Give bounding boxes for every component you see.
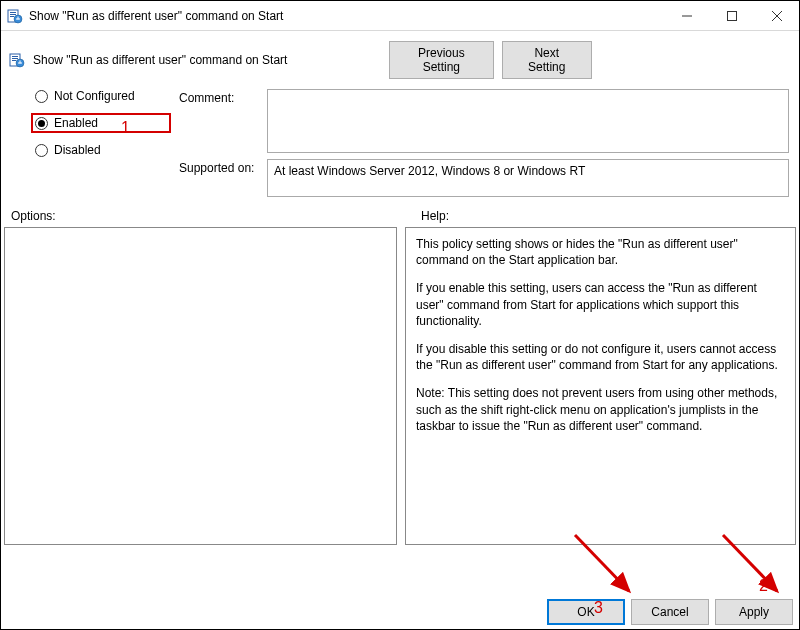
options-panel[interactable] [4, 227, 397, 545]
radio-label: Enabled [54, 116, 98, 130]
policy-icon [9, 52, 25, 68]
state-radios: Not Configured Enabled Disabled [11, 89, 171, 157]
help-label: Help: [421, 209, 789, 223]
help-panel[interactable]: This policy setting shows or hides the "… [405, 227, 796, 545]
supported-on-value: At least Windows Server 2012, Windows 8 … [274, 164, 585, 178]
svg-rect-3 [10, 16, 14, 17]
comment-label: Comment: [179, 89, 259, 105]
help-paragraph: This policy setting shows or hides the "… [416, 236, 785, 268]
radio-icon [35, 90, 48, 103]
policy-icon [7, 8, 23, 24]
annotation-3: 3 [594, 599, 603, 617]
options-label: Options: [11, 209, 421, 223]
help-paragraph: If you disable this setting or do not co… [416, 341, 785, 373]
dialog-buttons: OK Cancel Apply [7, 593, 793, 625]
policy-header: Show "Run as different user" command on … [1, 31, 799, 85]
supported-on-field: At least Windows Server 2012, Windows 8 … [267, 159, 789, 197]
svg-rect-8 [727, 11, 736, 20]
radio-enabled[interactable]: Enabled [31, 113, 171, 133]
svg-rect-17 [18, 63, 22, 64]
section-labels: Options: Help: [1, 205, 799, 225]
help-paragraph: Note: This setting does not prevent user… [416, 385, 785, 434]
radio-not-configured[interactable]: Not Configured [35, 89, 171, 103]
minimize-button[interactable] [664, 1, 709, 30]
radio-label: Disabled [54, 143, 101, 157]
cancel-button[interactable]: Cancel [631, 599, 709, 625]
radio-icon [35, 117, 48, 130]
configuration-area: Not Configured Enabled Disabled Comment:… [1, 85, 799, 205]
next-setting-button[interactable]: Next Setting [502, 41, 592, 79]
annotation-2: 2 [759, 577, 768, 595]
svg-rect-12 [12, 56, 18, 57]
svg-rect-14 [12, 60, 16, 61]
policy-title: Show "Run as different user" command on … [33, 53, 373, 67]
window-controls [664, 1, 799, 30]
svg-rect-6 [16, 18, 20, 19]
svg-rect-13 [12, 58, 18, 59]
previous-setting-button[interactable]: Previous Setting [389, 41, 494, 79]
radio-disabled[interactable]: Disabled [35, 143, 171, 157]
title-bar: Show "Run as different user" command on … [1, 1, 799, 31]
radio-icon [35, 144, 48, 157]
apply-button[interactable]: Apply [715, 599, 793, 625]
ok-button[interactable]: OK [547, 599, 625, 625]
close-button[interactable] [754, 1, 799, 30]
panels: This policy setting shows or hides the "… [1, 225, 799, 545]
svg-rect-2 [10, 14, 16, 15]
radio-label: Not Configured [54, 89, 135, 103]
svg-rect-1 [10, 12, 16, 13]
supported-on-label: Supported on: [179, 159, 259, 175]
annotation-1: 1 [121, 119, 130, 137]
help-paragraph: If you enable this setting, users can ac… [416, 280, 785, 329]
comment-field[interactable] [267, 89, 789, 153]
maximize-button[interactable] [709, 1, 754, 30]
window-title: Show "Run as different user" command on … [29, 9, 664, 23]
